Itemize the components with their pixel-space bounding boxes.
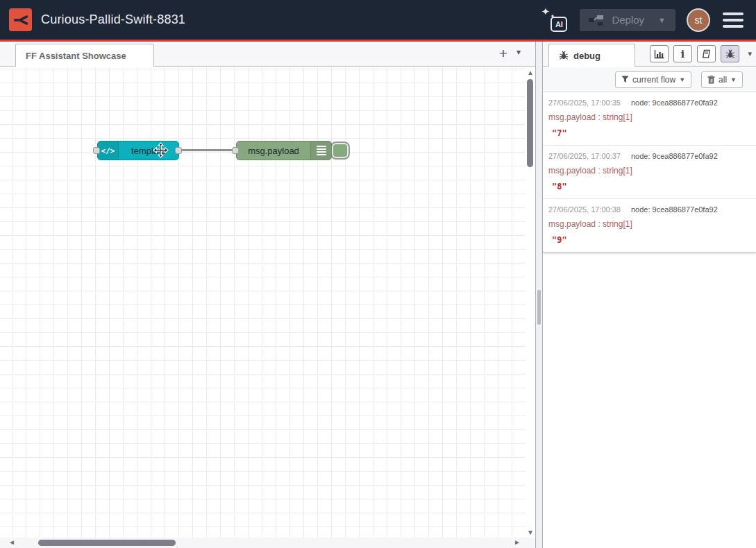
- debug-sidebar: debug i: [543, 42, 756, 548]
- clear-label: all: [719, 75, 727, 85]
- filter-caret-icon: ▼: [679, 76, 685, 83]
- node-template[interactable]: </> template: [97, 141, 179, 160]
- wire-template-to-debug[interactable]: [178, 149, 237, 151]
- splitter-drag-handle[interactable]: [537, 290, 541, 325]
- clear-caret-icon: ▼: [730, 76, 737, 83]
- code-icon: </>: [101, 146, 115, 155]
- debug-toolbar: current flow ▼ all ▼: [543, 67, 756, 92]
- sidebar-splitter[interactable]: [535, 42, 543, 548]
- message-property[interactable]: msg.payload: [548, 219, 596, 229]
- debug-clear-button[interactable]: all ▼: [701, 71, 743, 88]
- scroll-left-icon[interactable]: ◄: [8, 538, 15, 546]
- scroll-right-icon[interactable]: ►: [514, 538, 521, 546]
- info-icon: i: [681, 49, 684, 60]
- main-menu-button[interactable]: [721, 10, 745, 31]
- scroll-up-icon[interactable]: ▲: [526, 69, 535, 76]
- debug-enable-toggle-button[interactable]: [330, 142, 350, 160]
- bug-icon: [725, 49, 735, 59]
- app-header: Curious-Pallid-Swift-8831 ✦ ✦ AI Deploy …: [0, 0, 756, 42]
- deploy-icon: [588, 14, 605, 26]
- message-timestamp: 27/06/2025, 17:00:38: [548, 205, 621, 214]
- debug-icon-strip: [310, 142, 331, 160]
- debug-tool-button[interactable]: [721, 45, 739, 62]
- debug-message[interactable]: 27/06/2025, 17:00:37 node: 9cea886877e0f…: [543, 146, 756, 199]
- menu-bar-icon: [723, 19, 744, 22]
- workspace-tab-label: FF Assistant Showcase: [26, 51, 126, 61]
- funnel-icon: [621, 76, 629, 83]
- debug-message[interactable]: 27/06/2025, 17:00:35 node: 9cea886877e0f…: [543, 92, 756, 146]
- book-icon: [701, 49, 712, 59]
- template-input-port[interactable]: [93, 147, 100, 154]
- deploy-options-caret-icon[interactable]: ▼: [651, 16, 673, 24]
- template-icon-strip: </>: [98, 142, 119, 160]
- message-node-id: node: 9cea886877e0fa92: [631, 152, 718, 160]
- debug-filter-button[interactable]: current flow ▼: [615, 71, 691, 88]
- ai-assistant-button[interactable]: ✦ ✦ AI: [539, 6, 569, 34]
- flow-canvas[interactable]: </> template msg.payload: [0, 67, 526, 538]
- message-property[interactable]: msg.payload: [548, 112, 596, 122]
- message-timestamp: 27/06/2025, 17:00:37: [548, 152, 621, 160]
- node-debug[interactable]: msg.payload: [236, 141, 332, 160]
- workspace-tab-ff-assistant-showcase[interactable]: FF Assistant Showcase: [15, 44, 154, 67]
- message-type: string[1]: [603, 112, 632, 122]
- sidebar-tab-label: debug: [573, 51, 600, 61]
- menu-bar-icon: [723, 12, 744, 15]
- flowfuse-logo-icon[interactable]: [9, 8, 32, 31]
- debug-message-list: 27/06/2025, 17:00:35 node: 9cea886877e0f…: [543, 92, 756, 252]
- sparkle-icon: ✦: [541, 6, 550, 17]
- bug-icon: [559, 51, 569, 60]
- deploy-label: Deploy: [612, 14, 644, 26]
- message-value[interactable]: "9": [548, 235, 750, 245]
- canvas-horizontal-scrollbar[interactable]: ◄ ►: [0, 538, 535, 548]
- avatar-initials: st: [695, 15, 703, 26]
- debug-input-port[interactable]: [232, 147, 239, 154]
- message-type: string[1]: [603, 219, 632, 229]
- help-tool-button[interactable]: [697, 45, 716, 62]
- logo-glyph-icon: [12, 12, 29, 28]
- node-label: template: [119, 142, 178, 160]
- sidebar-tab-debug[interactable]: debug: [548, 44, 635, 67]
- message-property[interactable]: msg.payload: [548, 166, 596, 175]
- message-separator: :: [596, 112, 603, 122]
- message-value[interactable]: "7": [548, 128, 750, 138]
- template-output-port[interactable]: [175, 147, 182, 154]
- main-area: FF Assistant Showcase + ▾ </> template m…: [0, 42, 756, 548]
- trash-icon: [707, 76, 715, 84]
- message-separator: :: [596, 219, 603, 229]
- chart-icon: [654, 49, 665, 59]
- ai-label: AI: [551, 17, 567, 32]
- menu-bar-icon: [723, 25, 744, 28]
- flow-editor-pane: FF Assistant Showcase + ▾ </> template m…: [0, 42, 535, 548]
- node-label: msg.payload: [237, 142, 310, 160]
- deploy-button[interactable]: Deploy ▼: [580, 9, 675, 31]
- dashboard-tool-button[interactable]: [650, 45, 669, 62]
- add-flow-button[interactable]: +: [494, 44, 512, 62]
- user-avatar[interactable]: st: [687, 8, 710, 32]
- message-value[interactable]: "8": [548, 182, 750, 191]
- message-separator: :: [596, 166, 603, 175]
- message-type: string[1]: [603, 166, 632, 175]
- horizontal-scroll-thumb[interactable]: [38, 540, 176, 546]
- info-tool-button[interactable]: i: [673, 45, 692, 62]
- canvas-vertical-scrollbar[interactable]: ▲ ▼: [526, 67, 535, 538]
- vertical-scroll-thumb[interactable]: [527, 79, 533, 167]
- message-node-id: node: 9cea886877e0fa92: [631, 205, 718, 214]
- project-title: Curious-Pallid-Swift-8831: [41, 12, 185, 27]
- scroll-down-icon[interactable]: ▼: [526, 529, 535, 536]
- message-timestamp: 27/06/2025, 17:00:35: [548, 99, 621, 107]
- message-node-id: node: 9cea886877e0fa92: [631, 99, 718, 107]
- sidebar-tools-caret-icon[interactable]: ▾: [748, 49, 752, 58]
- list-icon: [317, 146, 326, 155]
- sidebar-tabbar: debug i: [543, 42, 756, 67]
- filter-label: current flow: [632, 75, 675, 85]
- debug-message[interactable]: 27/06/2025, 17:00:38 node: 9cea886877e0f…: [543, 199, 756, 252]
- flow-list-caret-icon[interactable]: ▾: [516, 47, 521, 57]
- workspace-tabbar: FF Assistant Showcase + ▾: [0, 42, 535, 67]
